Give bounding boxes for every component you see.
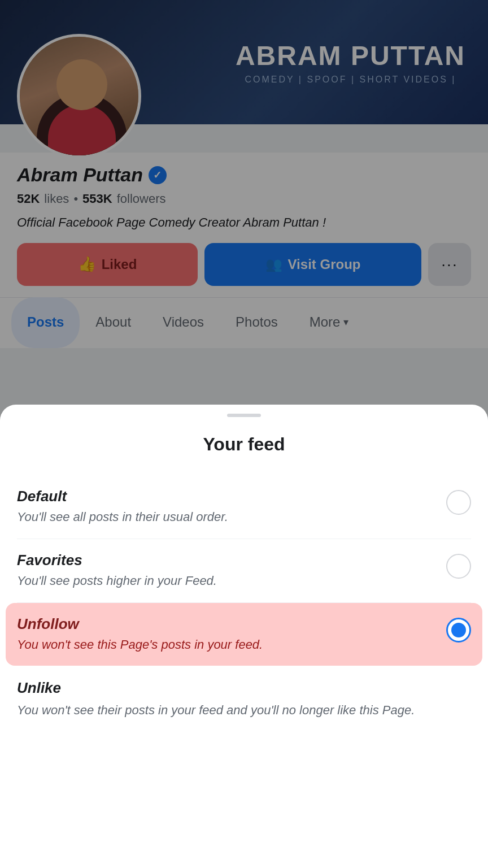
sheet-drag-handle[interactable]	[227, 414, 261, 417]
feed-option-default-desc: You'll see all posts in their usual orde…	[17, 509, 437, 526]
unlike-section: Unlike You won't see their posts in your…	[17, 666, 471, 719]
radio-unfollow[interactable]	[446, 618, 471, 643]
unlike-title: Unlike	[17, 679, 471, 697]
feed-option-favorites-title: Favorites	[17, 552, 437, 569]
feed-option-favorites[interactable]: Favorites You'll see posts higher in you…	[17, 539, 471, 603]
unlike-description: You won't see their posts in your feed a…	[17, 701, 471, 719]
feed-option-default-text: Default You'll see all posts in their us…	[17, 488, 437, 526]
radio-unfollow-inner	[451, 623, 466, 637]
feed-option-favorites-desc: You'll see posts higher in your Feed.	[17, 572, 437, 590]
feed-option-unfollow-desc: You won't see this Page's posts in your …	[17, 636, 437, 654]
radio-favorites[interactable]	[446, 554, 471, 579]
radio-default[interactable]	[446, 490, 471, 515]
feed-option-default-title: Default	[17, 488, 437, 505]
bottom-sheet: Your feed Default You'll see all posts i…	[0, 405, 488, 868]
sheet-title: Your feed	[17, 434, 471, 455]
feed-option-unfollow-title: Unfollow	[17, 615, 437, 633]
feed-option-default[interactable]: Default You'll see all posts in their us…	[17, 475, 471, 539]
feed-option-unfollow[interactable]: Unfollow You won't see this Page's posts…	[6, 603, 482, 666]
feed-option-unfollow-text: Unfollow You won't see this Page's posts…	[17, 615, 437, 654]
feed-option-favorites-text: Favorites You'll see posts higher in you…	[17, 552, 437, 590]
